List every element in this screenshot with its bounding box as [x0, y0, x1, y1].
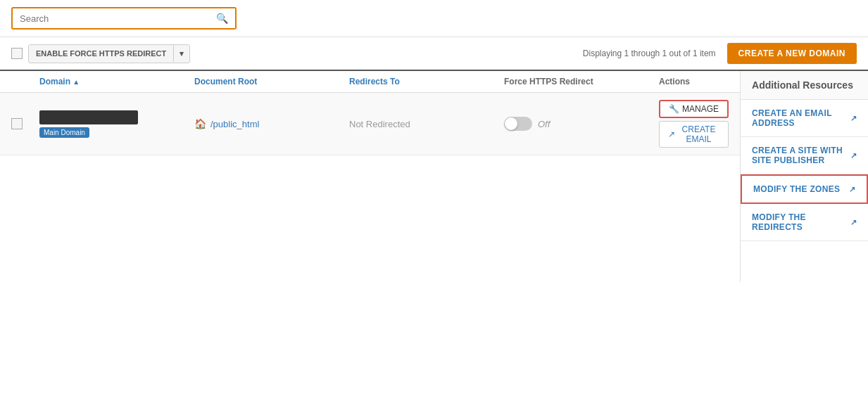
external-icon-redirects: ↗: [850, 218, 857, 227]
domain-cell: Main Domain: [39, 110, 194, 138]
toolbar: ENABLE FORCE HTTPS REDIRECT ▾ Displaying…: [0, 37, 868, 71]
external-icon-site-publisher: ↗: [850, 151, 857, 160]
force-https-toggle[interactable]: [504, 117, 532, 131]
additional-resources-panel: Additional Resources CREATE AN EMAIL ADD…: [740, 71, 868, 282]
resource-redirects-label: MODIFY THE REDIRECTS: [752, 212, 850, 232]
toolbar-right: Displaying 1 through 1 out of 1 item CRE…: [190, 43, 857, 64]
external-link-icon: ↗: [668, 129, 675, 139]
resource-link-email[interactable]: CREATE AN EMAIL ADDRESS ↗: [741, 100, 868, 137]
resource-email-label: CREATE AN EMAIL ADDRESS: [752, 108, 850, 128]
row-checkbox[interactable]: [11, 118, 23, 129]
create-email-button[interactable]: ↗ CREATE EMAIL: [659, 121, 729, 148]
external-icon-zones: ↗: [849, 185, 855, 194]
document-root-value: /public_html: [210, 119, 259, 129]
search-button[interactable]: 🔍: [209, 8, 235, 28]
resource-link-site-publisher[interactable]: CREATE A SITE WITH SITE PUBLISHER ↗: [741, 137, 868, 174]
enable-https-label: ENABLE FORCE HTTPS REDIRECT: [29, 45, 174, 62]
row-checkbox-cell: [11, 118, 39, 129]
actions-cell: 🔧 MANAGE ↗ CREATE EMAIL: [659, 100, 729, 148]
table-row: Main Domain 🏠 /public_html Not Redirecte…: [0, 93, 740, 155]
external-icon-email: ↗: [850, 114, 857, 123]
enable-https-button[interactable]: ENABLE FORCE HTTPS REDIRECT ▾: [28, 44, 190, 63]
main-domain-badge: Main Domain: [39, 127, 89, 138]
resource-zones-label: MODIFY THE ZONES: [753, 184, 840, 194]
resource-link-redirects[interactable]: MODIFY THE REDIRECTS ↗: [741, 204, 868, 241]
col-domain[interactable]: Domain ▲: [39, 77, 194, 86]
table-header: Domain ▲ Document Root Redirects To Forc…: [0, 71, 740, 93]
create-domain-button[interactable]: CREATE A NEW DOMAIN: [727, 43, 857, 64]
additional-resources-header: Additional Resources: [741, 71, 868, 100]
select-all-checkbox[interactable]: [11, 48, 23, 59]
create-email-label: CREATE EMAIL: [678, 124, 719, 144]
col-actions: Actions: [659, 77, 729, 86]
manage-button[interactable]: 🔧 MANAGE: [659, 100, 729, 118]
main-layout: Domain ▲ Document Root Redirects To Forc…: [0, 71, 868, 282]
manage-label: MANAGE: [682, 104, 719, 114]
sort-arrow-icon: ▲: [73, 78, 80, 86]
toolbar-left: ENABLE FORCE HTTPS REDIRECT ▾: [11, 44, 190, 63]
toggle-knob: [505, 117, 517, 130]
resource-site-publisher-label: CREATE A SITE WITH SITE PUBLISHER: [752, 146, 850, 165]
displaying-count: Displaying 1 through 1 out of 1 item: [583, 49, 716, 58]
search-wrapper: 🔍: [11, 7, 237, 30]
dropdown-arrow-icon[interactable]: ▾: [174, 45, 189, 63]
col-force-https: Force HTTPS Redirect: [504, 77, 659, 86]
domain-blurred: [39, 110, 138, 124]
redirects-to-cell: Not Redirected: [349, 119, 504, 129]
document-root-cell: 🏠 /public_html: [194, 118, 349, 129]
col-redirects-to[interactable]: Redirects To: [349, 77, 504, 86]
force-https-label: Off: [538, 119, 550, 129]
left-panel: Domain ▲ Document Root Redirects To Forc…: [0, 71, 740, 282]
top-bar: 🔍: [0, 0, 868, 37]
col-document-root[interactable]: Document Root: [194, 77, 349, 86]
house-icon: 🏠: [194, 118, 206, 129]
resource-link-zones[interactable]: MODIFY THE ZONES ↗: [741, 174, 868, 204]
search-input[interactable]: [13, 9, 209, 28]
wrench-icon: 🔧: [669, 104, 679, 114]
force-https-cell: Off: [504, 117, 659, 131]
